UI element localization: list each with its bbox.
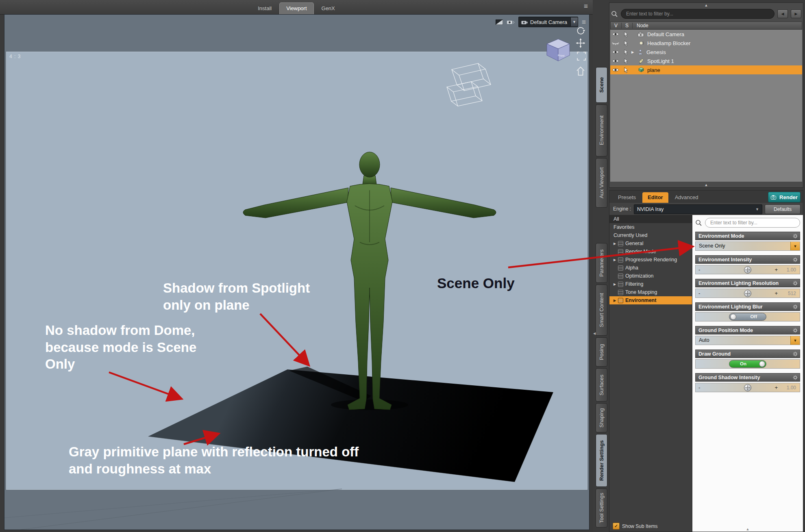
view-cube-gizmo[interactable]: Front — [547, 39, 570, 61]
panel-resize-handle[interactable]: ▲ — [609, 183, 803, 187]
increment-button[interactable]: + — [775, 267, 778, 273]
gear-icon[interactable] — [792, 257, 798, 263]
expand-icon[interactable]: ▶ — [614, 258, 618, 262]
chevron-down-icon[interactable]: ▼ — [570, 17, 578, 26]
eye-icon[interactable] — [610, 32, 621, 37]
category-tone-mapping[interactable]: Tone Mapping — [609, 288, 692, 296]
slider-knob[interactable] — [744, 290, 751, 297]
chevron-down-icon[interactable]: ▼ — [790, 242, 800, 250]
tab-smart-content[interactable]: Smart Content — [596, 284, 607, 336]
ground-shadow-intensity-slider[interactable]: - + 1.00 — [695, 383, 800, 392]
category-optimization[interactable]: Optimization — [609, 272, 692, 280]
decrement-button[interactable]: - — [698, 267, 700, 273]
environment-mode-dropdown[interactable]: Scene Only ▼ — [695, 241, 800, 251]
expand-icon[interactable]: ▶ — [614, 242, 618, 245]
pan-icon[interactable] — [576, 38, 585, 48]
category-render-mode[interactable]: Render Mode — [609, 248, 692, 256]
selection-cursor-icon[interactable] — [621, 58, 631, 64]
category-all[interactable]: All — [609, 215, 692, 223]
node-row-genesis[interactable]: ▶ Genesis — [610, 48, 802, 56]
gear-icon[interactable] — [792, 375, 798, 380]
tab-scene[interactable]: Scene — [596, 67, 607, 103]
filter-forward-button[interactable]: ▶ — [791, 9, 801, 18]
toggle-on[interactable]: On — [729, 360, 766, 368]
selection-cursor-icon[interactable] — [621, 40, 631, 46]
tab-render-settings[interactable]: Render Settings — [596, 434, 607, 487]
selection-cursor-icon[interactable] — [621, 49, 631, 55]
tab-shaping[interactable]: Shaping — [596, 403, 607, 432]
viewport-menu-icon[interactable]: ≡ — [582, 19, 586, 26]
node-row-spotlight[interactable]: SpotLight 1 — [610, 56, 802, 65]
category-environment[interactable]: ▶ Environment — [609, 296, 692, 304]
node-row-default-camera[interactable]: Default Camera — [610, 30, 802, 39]
show-sub-items[interactable]: ✓ Show Sub Items — [613, 523, 657, 530]
decrement-button[interactable]: - — [698, 384, 700, 391]
viewport[interactable]: 4 : 3 — [4, 14, 590, 530]
slider-knob[interactable] — [744, 384, 751, 391]
category-alpha[interactable]: Alpha — [609, 264, 692, 272]
tab-genx[interactable]: GenX — [315, 3, 342, 14]
node-label: SpotLight 1 — [647, 58, 674, 64]
tab-surfaces[interactable]: Surfaces — [596, 368, 607, 402]
category-general[interactable]: ▶ General — [609, 239, 692, 248]
engine-dropdown[interactable]: NVIDIA Iray ▼ — [634, 204, 762, 214]
category-currently-used[interactable]: Currently Used — [609, 231, 692, 239]
checkbox-checked-icon[interactable]: ✓ — [613, 523, 620, 530]
camera-view-icon[interactable] — [507, 20, 515, 25]
eye-icon[interactable] — [610, 50, 621, 54]
gear-icon[interactable] — [792, 328, 798, 333]
tab-posing[interactable]: Posing — [596, 337, 607, 367]
tab-presets[interactable]: Presets — [613, 192, 641, 203]
gear-icon[interactable] — [792, 233, 798, 239]
eye-icon[interactable] — [610, 67, 621, 72]
eye-icon[interactable] — [610, 59, 621, 63]
selection-cursor-icon[interactable] — [621, 31, 631, 37]
tab-advanced[interactable]: Advanced — [670, 192, 704, 203]
node-row-headlamp-blocker[interactable]: Headlamp Blocker — [610, 39, 802, 48]
scene-filter-input[interactable] — [621, 9, 775, 19]
environment-intensity-slider[interactable]: - + 1.00 — [695, 265, 800, 274]
eye-closed-icon[interactable] — [610, 41, 621, 46]
exposure-icon[interactable] — [496, 20, 503, 25]
tab-viewport[interactable]: Viewport — [279, 2, 313, 14]
category-favorites[interactable]: Favorites — [609, 223, 692, 231]
environment-lighting-resolution-slider[interactable]: - + 512 — [695, 289, 800, 298]
selection-cursor-icon[interactable] — [621, 67, 631, 73]
category-progressive-rendering[interactable]: ▶ Progressive Rendering — [609, 256, 692, 264]
category-filtering[interactable]: ▶ Filtering — [609, 280, 692, 288]
panel-resize-handle[interactable]: ▲ — [609, 3, 803, 7]
chevron-down-icon[interactable]: ▼ — [790, 336, 800, 345]
gear-icon[interactable] — [792, 280, 798, 286]
filter-back-button[interactable]: ◀ — [777, 9, 788, 18]
tab-tool-settings[interactable]: Tool Settings — [596, 489, 607, 528]
orbit-icon[interactable] — [577, 28, 585, 34]
slider-knob[interactable] — [744, 266, 751, 274]
frame-view-icon[interactable] — [577, 52, 585, 60]
tab-environment[interactable]: Environment — [596, 104, 607, 156]
ground-position-mode-dropdown[interactable]: Auto ▼ — [695, 336, 800, 345]
tab-install[interactable]: Install — [251, 3, 278, 14]
settings-filter-input[interactable] — [705, 218, 800, 228]
genesis-figure-icon — [636, 49, 644, 55]
gear-icon[interactable] — [792, 351, 798, 357]
panel-collapse-icon[interactable]: ◀ — [593, 332, 596, 335]
node-row-plane[interactable]: plane — [610, 65, 802, 74]
tab-editor[interactable]: Editor — [642, 192, 668, 203]
increment-button[interactable]: + — [775, 290, 778, 296]
tab-aux-viewport[interactable]: Aux Viewport — [596, 158, 607, 208]
camera-selector-dropdown[interactable]: Default Camera ▼ — [518, 17, 578, 27]
toggle-off[interactable]: Off — [729, 313, 766, 321]
expand-icon[interactable]: ▶ — [631, 50, 636, 54]
expand-icon[interactable]: ▶ — [614, 299, 618, 302]
spotlight-wireframe[interactable] — [447, 63, 491, 106]
home-view-icon[interactable] — [577, 67, 584, 75]
increment-button[interactable]: + — [775, 384, 778, 391]
tab-parameters[interactable]: Parameters — [596, 243, 607, 283]
defaults-button[interactable]: Defaults — [765, 204, 801, 214]
gear-icon[interactable] — [792, 304, 798, 310]
menu-icon[interactable]: ≡ — [584, 3, 588, 10]
expand-icon[interactable]: ▶ — [614, 282, 618, 286]
decrement-button[interactable]: - — [698, 290, 700, 296]
render-button[interactable]: Render — [768, 192, 801, 202]
panel-resize-handle[interactable]: ▲ — [692, 527, 803, 531]
